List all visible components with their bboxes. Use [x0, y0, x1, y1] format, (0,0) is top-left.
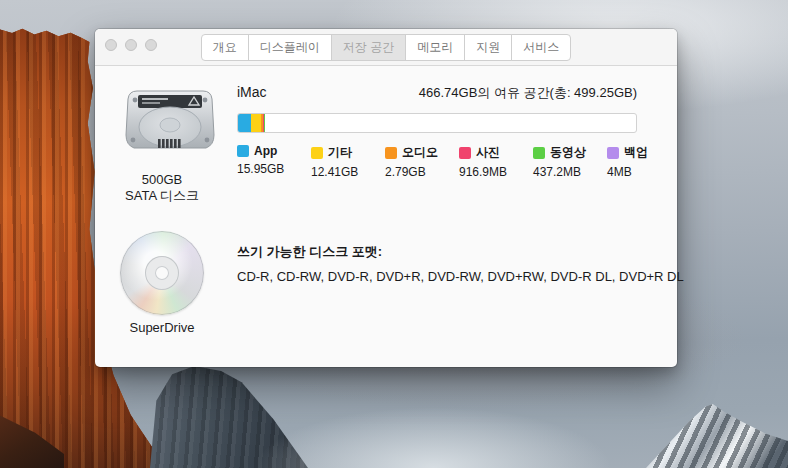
- legend-label: 오디오: [402, 144, 438, 161]
- legend-item-audio: 오디오 2.79GB: [385, 144, 459, 179]
- tab-overview[interactable]: 개요: [201, 34, 249, 61]
- legend-value: 15.95GB: [237, 162, 311, 176]
- storage-legend: App 15.95GB 기타 12.41GB 오디오 2.79GB 사진 916…: [237, 144, 648, 179]
- disk-label: 500GB SATA 디스크: [103, 172, 221, 204]
- legend-label: 백업: [624, 144, 648, 161]
- legend-value: 2.79GB: [385, 165, 459, 179]
- titlebar[interactable]: 개요 디스플레이 저장 공간 메모리 지원 서비스: [95, 29, 677, 66]
- storage-usage-bar: [237, 113, 637, 133]
- storage-pane: 500GB SATA 디스크 iMac 466.74GB의 여유 공간(총: 4…: [95, 66, 677, 366]
- backups-swatch-icon: [607, 147, 619, 159]
- device-name: iMac: [237, 84, 267, 100]
- legend-label: 기타: [328, 144, 352, 161]
- legend-item-photos: 사진 916.9MB: [459, 144, 533, 179]
- legend-label: App: [254, 144, 277, 158]
- legend-value: 916.9MB: [459, 165, 533, 179]
- legend-item-other: 기타 12.41GB: [311, 144, 385, 179]
- audio-swatch-icon: [385, 147, 397, 159]
- bar-segment-app: [238, 114, 251, 132]
- disk-size-label: 500GB: [103, 172, 221, 188]
- zoom-icon[interactable]: [145, 39, 157, 51]
- legend-value: 4MB: [607, 165, 648, 179]
- storage-header: iMac 466.74GB의 여유 공간(총: 499.25GB): [237, 84, 637, 102]
- tab-bar: 개요 디스플레이 저장 공간 메모리 지원 서비스: [201, 34, 571, 61]
- legend-item-app: App 15.95GB: [237, 144, 311, 179]
- other-swatch-icon: [311, 147, 323, 159]
- legend-label: 사진: [476, 144, 500, 161]
- close-icon[interactable]: [105, 39, 117, 51]
- photos-swatch-icon: [459, 147, 471, 159]
- legend-item-backups: 백업 4MB: [607, 144, 648, 179]
- legend-value: 12.41GB: [311, 165, 385, 179]
- tab-support[interactable]: 지원: [464, 34, 512, 61]
- disk-type-label: SATA 디스크: [103, 188, 221, 204]
- superdrive-label: SuperDrive: [102, 320, 222, 335]
- hard-drive-icon: [122, 85, 218, 159]
- bar-segment-other: [251, 114, 261, 132]
- minimize-icon[interactable]: [125, 39, 137, 51]
- legend-label: 동영상: [550, 144, 586, 161]
- legend-value: 437.2MB: [533, 165, 607, 179]
- tab-displays[interactable]: 디스플레이: [248, 34, 332, 61]
- optical-disc-icon: [120, 231, 204, 315]
- tab-storage[interactable]: 저장 공간: [331, 34, 406, 61]
- about-this-mac-window: 개요 디스플레이 저장 공간 메모리 지원 서비스: [95, 29, 677, 367]
- tab-memory[interactable]: 메모리: [405, 34, 465, 61]
- legend-item-movies: 동영상 437.2MB: [533, 144, 607, 179]
- writable-formats-title: 쓰기 가능한 디스크 포맷:: [237, 243, 382, 261]
- traffic-lights: [105, 39, 157, 51]
- tab-service[interactable]: 서비스: [511, 34, 571, 61]
- app-swatch-icon: [237, 145, 249, 157]
- free-space-text: 466.74GB의 여유 공간(총: 499.25GB): [419, 84, 637, 102]
- movies-swatch-icon: [533, 147, 545, 159]
- wallpaper-mist: [240, 373, 670, 468]
- writable-formats-list: CD-R, CD-RW, DVD-R, DVD+R, DVD-RW, DVD+R…: [237, 269, 667, 284]
